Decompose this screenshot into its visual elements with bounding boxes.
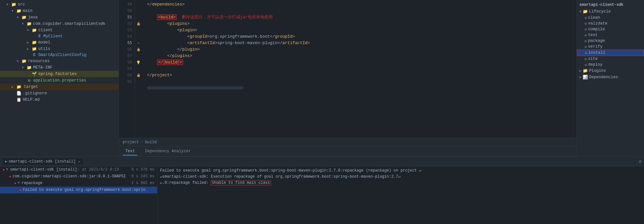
run-line-4[interactable]: ● Failed to execute goal org.springframe… [0, 187, 157, 193]
arrow-down-1: ▼ [6, 167, 8, 173]
run-line-3[interactable]: ● ▼ repackage 1 s 902 ms [0, 180, 157, 187]
code-line-58: </build> [147, 59, 573, 66]
gutter-60: 🔒 [135, 72, 142, 79]
tree-item-java[interactable]: ▼ 📁 java [0, 14, 119, 21]
tree-item-main[interactable]: ▼ 📁 main [0, 8, 119, 14]
tree-label-gitignore: .gitignore [23, 91, 47, 96]
label-compile: compile [588, 27, 605, 32]
bottom-tab-close[interactable]: ✕ [78, 160, 80, 163]
tree-arrow-utils: ▶ [27, 47, 31, 51]
line-61: 61 [119, 79, 135, 85]
tree-item-myclient[interactable]: C MyClient [0, 33, 119, 39]
editor-content: 49 50 51 52 53 54 55 56 57 58 59 60 61 [119, 0, 577, 138]
gear-icon-validate: ⚙ [585, 22, 587, 26]
tree-item-helpmd[interactable]: 📋 HELP.md [0, 97, 119, 103]
gear-icon-site: ⚙ [585, 57, 587, 61]
tree-item-spring-factories[interactable]: 🌱 spring.factories [0, 71, 119, 77]
line-53: 53 [119, 27, 135, 33]
annotation-51: 删掉这部分，才可以进一步打成jar包供本地使用 [182, 14, 273, 21]
factories-icon: 🌱 [31, 71, 37, 77]
maven-package[interactable]: ⚙ package [577, 38, 644, 44]
folder-icon-utils: 📁 [31, 46, 37, 51]
label-site: site [588, 57, 598, 61]
maven-compile[interactable]: ⚙ compile [577, 26, 644, 32]
line-58: 58 [119, 59, 135, 66]
tree-arrow-resources: ▼ [17, 60, 21, 63]
tree-label-main: main [23, 9, 32, 13]
maven-lifecycle-header[interactable]: ▼ 📁 Lifecycle [577, 8, 644, 15]
gear-icon-install: ⚙ [585, 51, 587, 55]
code-line-54: <groupId>org.springframework.boot</group… [147, 33, 573, 40]
label-validate: validate [588, 21, 607, 26]
run-line-1[interactable]: ● ▼ smartapi-client-sdk [install]: at 20… [0, 166, 157, 173]
tree-item-model[interactable]: ▶ 📁 model [0, 39, 119, 46]
tree-arrow-target: ▶ [12, 85, 16, 89]
tree-item-target[interactable]: ▶ 📁 target [0, 84, 119, 90]
code-area[interactable]: </dependencies> <build> 删掉这部分，才可以进一步打成ja… [142, 0, 573, 138]
folder-icon-main: 📁 [16, 8, 22, 14]
tree-item-metainf[interactable]: ▼ 📁 META-INF [0, 64, 119, 71]
maven-clean[interactable]: ⚙ clean [577, 15, 644, 21]
label-install: install [588, 51, 605, 55]
bulb-icon-58: 💡 [136, 61, 141, 65]
tree-item-resources[interactable]: ▼ 📁 resources [0, 58, 119, 64]
maven-title: smartapi-client-sdk [577, 0, 644, 8]
gutter: 🔒 ✎ 🔒 💡 🔒 [135, 0, 142, 138]
gutter-55: ✎ [135, 40, 142, 46]
gutter-59 [135, 66, 142, 72]
maven-dependencies-header[interactable]: ▶ 📊 Dependencies [577, 74, 644, 80]
run-right-output: Failed to execute goal org.springframewo… [157, 166, 644, 224]
bottom-tab-install[interactable]: ▶ smartapi-client-sdk [install] ✕ [3, 158, 83, 165]
tree-label-client: client [38, 28, 53, 33]
tree-label-utils: utils [38, 47, 50, 51]
folder-icon-metainf: 📁 [26, 65, 32, 70]
folder-icon-target: 📁 [16, 84, 22, 89]
tree-item-app-properties[interactable]: ⚙ application.properties [0, 77, 119, 84]
tab-dependency-analyzer[interactable]: Dependency Analyzer [143, 148, 194, 155]
settings-gear-icon[interactable]: ⚙ [639, 159, 641, 164]
tree-item-utils[interactable]: ▶ 📁 utils [0, 46, 119, 52]
code-54: <groupId>org.springframework.boot</group… [147, 33, 295, 40]
gear-icon-package: ⚙ [585, 39, 587, 43]
run-text-4: Failed to execute goal org.springframewo… [23, 187, 146, 193]
lifecycle-folder-icon: 📁 [583, 9, 588, 14]
maven-deploy[interactable]: ⚙ deploy [577, 62, 644, 68]
tree-label-app-properties: application.properties [33, 78, 86, 83]
tab-text[interactable]: Text [123, 148, 137, 155]
line-52: 52 [119, 21, 135, 27]
maven-install[interactable]: ⚙ install [577, 50, 644, 56]
v-scrollbar[interactable] [573, 0, 577, 138]
tree-arrow-java: ▼ [17, 16, 21, 19]
gutter-50 [135, 8, 142, 14]
tree-item-client[interactable]: ▼ 📁 client [0, 27, 119, 33]
file-tree: ▼ 📁 src ▼ 📁 main ▼ 📁 java ▼ 📁 com.csguid… [0, 0, 119, 156]
gutter-54 [135, 33, 142, 40]
maven-verify[interactable]: ⚙ verify [577, 44, 644, 50]
lock-icon-60: 🔒 [137, 73, 140, 77]
run-time-2: 8 s 345 ms [131, 173, 154, 179]
maven-plugins-header[interactable]: ▶ 📁 Plugins [577, 68, 644, 74]
tree-label-spring-factories: spring.factories [38, 72, 77, 76]
tree-item-com[interactable]: ▼ 📁 com.csguider.smartapiclientsdk [0, 21, 119, 27]
maven-validate[interactable]: ⚙ validate [577, 21, 644, 26]
tree-label-metainf: META-INF [33, 65, 52, 70]
tree-item-smartapi-config[interactable]: C SmartApiClientConfig [0, 52, 119, 58]
tree-item-src[interactable]: ▼ 📁 src [0, 1, 119, 8]
run-line-2[interactable]: ● com.csguider:smartapi-client-sdk:jar:0… [0, 173, 157, 180]
code-line-61 [147, 79, 573, 85]
folder-icon-com: 📁 [26, 21, 32, 26]
deps-folder-icon: 📊 [583, 75, 588, 80]
folder-icon-model: 📁 [31, 40, 37, 45]
maven-test[interactable]: ⚙ test [577, 32, 644, 38]
plugins-folder-icon: 📁 [583, 68, 588, 73]
bottom-panel: ▶ smartapi-client-sdk [install] ✕ ⚙ ● ▼ … [0, 156, 644, 224]
tree-item-gitignore[interactable]: 📄 .gitignore [0, 90, 119, 97]
code-60: </project> [147, 72, 172, 79]
maven-site[interactable]: ⚙ site [577, 56, 644, 62]
gutter-57 [135, 53, 142, 59]
bottom-tab-icon: ▶ [5, 159, 7, 163]
deps-label: Dependencies [589, 75, 618, 79]
code-55: <artifactId>spring-boot-maven-plugin</ar… [147, 40, 310, 46]
maven-panel: smartapi-client-sdk ▼ 📁 Lifecycle ⚙ clea… [577, 0, 644, 156]
h-scrollbar[interactable] [147, 86, 243, 89]
